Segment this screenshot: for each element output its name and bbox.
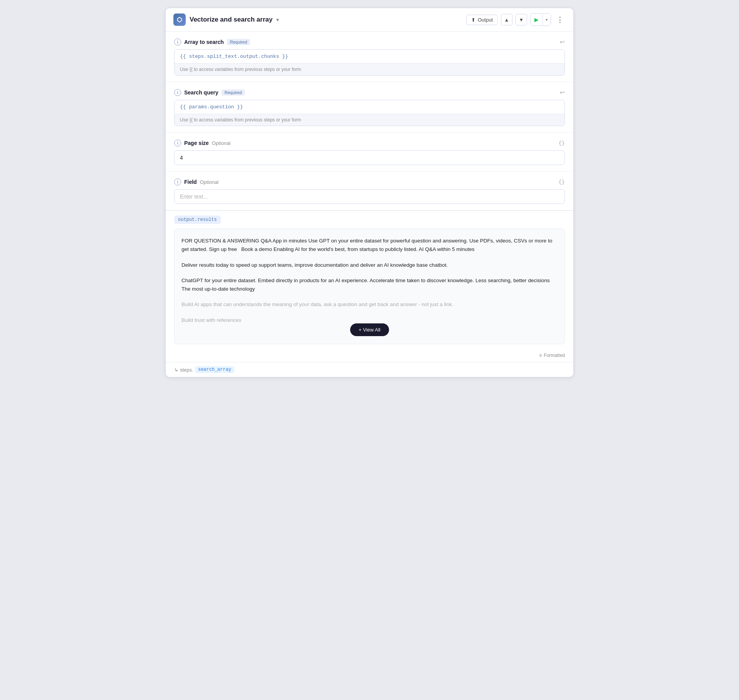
optional-badge-4: Optional: [200, 179, 218, 185]
field-name-2: Search query: [184, 89, 218, 96]
view-all-button[interactable]: + View All: [350, 323, 389, 336]
curly-icon-3[interactable]: {}: [558, 140, 565, 146]
field-array-to-search: i Array to search Required ↩ {{ steps.sp…: [166, 32, 573, 82]
output-tab-bar: output.results: [166, 211, 573, 224]
up-arrow-button[interactable]: ▲: [501, 14, 512, 25]
field-page-size: i Page size Optional {} 4: [166, 133, 573, 172]
field-placeholder: Enter text...: [180, 194, 208, 200]
output-tab[interactable]: output.results: [174, 215, 221, 224]
play-button[interactable]: ▶: [531, 14, 542, 25]
undo-icon-2[interactable]: ↩: [560, 89, 565, 96]
required-badge-1: Required: [227, 39, 250, 45]
required-badge-2: Required: [222, 89, 245, 96]
info-icon-2[interactable]: i: [174, 89, 181, 96]
output-content-area: FOR QUESTION & ANSWERING Q&A App in minu…: [174, 229, 565, 344]
info-icon-1[interactable]: i: [174, 39, 181, 45]
code-value-1: {{ steps.split_text.output.chunks }}: [175, 50, 564, 63]
output-label: Output: [478, 17, 493, 23]
field-search-query: i Search query Required ↩ {{ params.ques…: [166, 82, 573, 133]
play-group: ▶ ▾: [530, 13, 551, 26]
field-name-3: Page size: [184, 140, 209, 146]
down-arrow-button[interactable]: ▼: [516, 14, 527, 25]
field-label-row-4: i Field Optional {}: [174, 178, 565, 185]
field-name-4: Field: [184, 179, 197, 185]
output-button[interactable]: ⬆ Output: [466, 15, 498, 25]
info-icon-4[interactable]: i: [174, 178, 181, 185]
play-chevron-button[interactable]: ▾: [542, 14, 551, 25]
code-input-1[interactable]: {{ steps.split_text.output.chunks }} Use…: [174, 49, 565, 76]
footer-step-name: search_array: [195, 366, 234, 373]
page-size-input[interactable]: 4: [174, 150, 565, 165]
undo-icon-1[interactable]: ↩: [560, 39, 565, 45]
field-label-row-2: i Search query Required ↩: [174, 89, 565, 96]
formatted-row: ≡ Formatted: [166, 350, 573, 362]
info-icon-3[interactable]: i: [174, 140, 181, 146]
code-hint-1: Use {{ to access variables from previous…: [175, 63, 564, 75]
field-label-left-2: i Search query Required: [174, 89, 245, 96]
footer-prefix: steps.: [180, 367, 193, 373]
upload-icon: ⬆: [471, 17, 475, 23]
field-input[interactable]: Enter text...: [174, 189, 565, 204]
field-label-row-1: i Array to search Required ↩: [174, 39, 565, 45]
field-label-left-4: i Field Optional: [174, 178, 218, 185]
card-body: i Array to search Required ↩ {{ steps.sp…: [166, 32, 573, 362]
field-label-left-3: i Page size Optional: [174, 140, 230, 146]
card-footer: ↳ steps. search_array: [166, 362, 573, 377]
header-left: Vectorize and search array ▾: [173, 13, 279, 26]
output-section: output.results FOR QUESTION & ANSWERING …: [166, 210, 573, 362]
result-paragraph-3: ChatGPT for your entire dataset. Embed d…: [181, 276, 558, 294]
field-label-left-1: i Array to search Required: [174, 39, 250, 45]
optional-badge-3: Optional: [212, 140, 230, 146]
title-chevron-icon[interactable]: ▾: [276, 17, 279, 23]
card-header: Vectorize and search array ▾ ⬆ Output ▲ …: [166, 8, 573, 32]
code-value-2: {{ params.question }}: [175, 100, 564, 114]
page-title: Vectorize and search array: [190, 16, 272, 24]
field-label-row-3: i Page size Optional {}: [174, 140, 565, 146]
header-right: ⬆ Output ▲ ▼ ▶ ▾ ⋮: [466, 13, 566, 26]
more-options-button[interactable]: ⋮: [554, 14, 566, 25]
formatted-label: Formatted: [544, 353, 565, 358]
result-paragraph-4: Build AI apps that can understands the m…: [181, 300, 558, 309]
code-hint-2: Use {{ to access variables from previous…: [175, 114, 564, 126]
result-paragraph-1: FOR QUESTION & ANSWERING Q&A App in minu…: [181, 237, 558, 254]
code-input-2[interactable]: {{ params.question }} Use {{ to access v…: [174, 100, 565, 126]
app-logo-icon: [173, 13, 186, 26]
field-name-1: Array to search: [184, 39, 224, 45]
field-field: i Field Optional {} Enter text...: [166, 172, 573, 210]
footer-arrow: ↳: [174, 367, 178, 373]
view-all-label: + View All: [359, 327, 381, 333]
result-paragraph-2: Deliver results today to speed up suppor…: [181, 261, 558, 269]
logo-svg: [176, 16, 183, 23]
formatted-icon: ≡: [539, 353, 542, 358]
curly-icon-4[interactable]: {}: [558, 179, 565, 185]
main-card: Vectorize and search array ▾ ⬆ Output ▲ …: [165, 8, 574, 377]
